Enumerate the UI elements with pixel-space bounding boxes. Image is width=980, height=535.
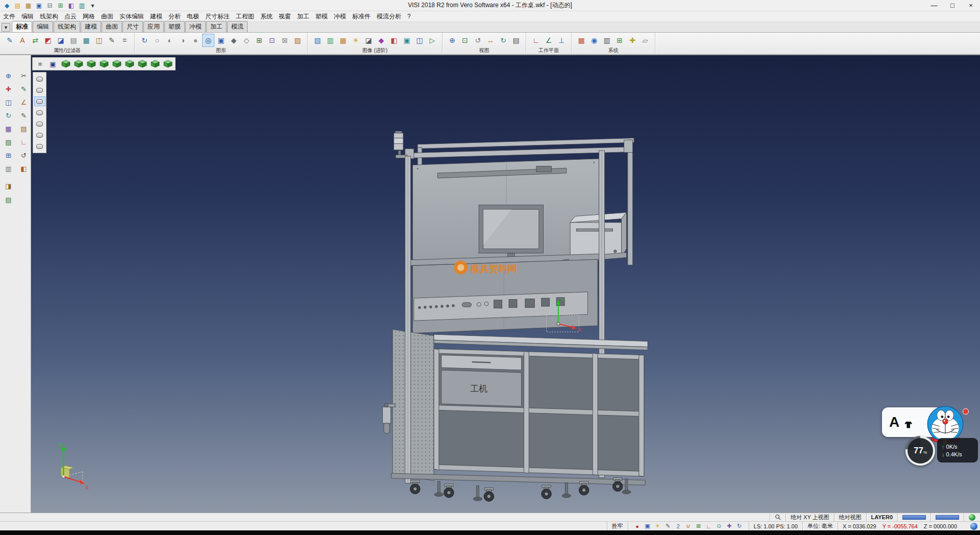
image-icon[interactable]: ▣ (643, 522, 652, 530)
view-list-icon[interactable]: ▤ (510, 34, 522, 47)
animate-icon[interactable]: ▷ (426, 34, 438, 47)
lighting-icon[interactable]: ☀ (350, 34, 362, 47)
shade-light-icon[interactable]: ◇ (240, 34, 253, 47)
status-sphere-segment[interactable] (964, 513, 980, 521)
assistant-sphere-icon[interactable] (970, 523, 977, 530)
gradient-icon[interactable]: ▥ (324, 34, 336, 47)
menu-die[interactable]: 冲模 (331, 12, 349, 21)
pan-view-icon[interactable]: ↔ (484, 34, 497, 47)
tab-molding[interactable]: 塑膜 (164, 21, 185, 32)
front-view-icon[interactable] (72, 58, 84, 69)
save-file-icon[interactable]: ▣ (34, 1, 44, 10)
filter-layer-icon[interactable]: ▤ (67, 34, 80, 47)
quick-render-icon[interactable]: ▣ (215, 34, 227, 47)
filter-misc-icon[interactable] (34, 141, 45, 151)
image-settings-icon[interactable]: ▧ (311, 34, 324, 47)
app-icon[interactable]: ◆ (2, 1, 12, 10)
layer-segment[interactable]: LAYER0 (866, 513, 897, 521)
box-view-icon[interactable]: ⊠ (279, 34, 291, 47)
angle-icon[interactable]: ∠ (18, 97, 29, 107)
menu-electrode[interactable]: 电极 (184, 12, 202, 21)
ortho-icon[interactable]: ∟ (704, 522, 714, 530)
tab-wireframe[interactable]: 线架构 (54, 21, 80, 32)
layer-color-segment-1[interactable] (897, 513, 930, 521)
minimize-button[interactable]: — (925, 0, 943, 11)
menu-solid-edit[interactable]: 实体编辑 (116, 12, 147, 21)
rotate-view-cube-icon[interactable] (162, 58, 174, 69)
network-speed-box[interactable]: ↑ 0K/s ↓ 0.4K/s (937, 438, 978, 463)
menu-wireframe[interactable]: 线架构 (37, 12, 61, 21)
block-icon[interactable]: ▦ (3, 124, 14, 134)
stereo-icon[interactable]: ◫ (413, 34, 426, 47)
filter-surfaces-icon[interactable] (34, 96, 45, 106)
shaded-view-icon[interactable]: ◑ (177, 34, 189, 47)
zoom-window-icon[interactable]: ⊡ (459, 34, 471, 47)
maximize-button[interactable]: □ (943, 0, 962, 11)
snap-config-icon[interactable]: ✚ (626, 34, 639, 47)
filter-type-icon[interactable]: ▦ (80, 34, 92, 47)
shadow-icon[interactable]: ◪ (362, 34, 375, 47)
filter-points-icon[interactable] (34, 130, 45, 140)
shaded-solid-icon[interactable]: ● (189, 34, 202, 47)
paste-attr-icon[interactable]: ▤ (3, 194, 14, 205)
menu-help[interactable]: ? (404, 13, 414, 20)
zoom-fit-icon[interactable]: ⊕ (446, 34, 458, 47)
menu-modeling[interactable]: 建模 (147, 12, 165, 21)
print-icon[interactable]: ⊟ (45, 1, 55, 10)
attr-copy-icon[interactable]: ◫ (93, 34, 105, 47)
screen-mode-icon[interactable]: ▣ (47, 58, 59, 69)
units-segment[interactable]: 单位: 毫米 (802, 522, 838, 530)
filter-mesh-icon[interactable] (34, 119, 45, 129)
close-button[interactable]: × (962, 0, 980, 11)
right-view-icon[interactable] (98, 58, 110, 69)
grid-icon[interactable]: ⊞ (3, 150, 14, 160)
measure-icon[interactable]: ∟ (18, 137, 29, 147)
section-icon[interactable]: ◧ (388, 34, 400, 47)
count-2-icon[interactable]: 2 (674, 522, 683, 530)
rotate-icon[interactable]: ↻ (3, 110, 14, 120)
clipboard-icon[interactable]: ▤ (18, 124, 29, 134)
attr-paint-icon[interactable]: ✎ (4, 34, 16, 47)
filter-wireframe-icon[interactable] (34, 85, 45, 95)
bulb-icon[interactable]: ☀ (653, 522, 663, 530)
menu-analysis[interactable]: 分析 (165, 12, 184, 21)
menu-dimension[interactable]: 尺寸标注 (202, 12, 233, 21)
hidden-line-icon[interactable]: ◐ (164, 34, 176, 47)
tab-dropdown-icon[interactable]: ▼ (2, 23, 10, 32)
film-icon[interactable]: ▥ (601, 34, 613, 47)
tab-standard[interactable]: 标准 (12, 21, 32, 32)
scale-segment[interactable]: LS: 1.00 PS: 1.00 (749, 522, 802, 530)
palette-small-icon[interactable]: ◧ (18, 163, 29, 174)
orbit-view-icon[interactable]: ↻ (497, 34, 509, 47)
zoom-select-icon[interactable]: ⊕ (3, 70, 14, 81)
texture-icon[interactable]: ▦ (337, 34, 349, 47)
undo-icon[interactable]: ↺ (18, 150, 29, 160)
sketch-icon[interactable]: ✎ (18, 84, 29, 94)
layers-icon[interactable]: ▥ (3, 163, 14, 174)
open-file-icon[interactable]: ▦ (23, 1, 33, 10)
view-menu-icon[interactable]: ≡ (34, 58, 46, 69)
bottom-view-icon[interactable] (136, 58, 148, 69)
palette-icon[interactable]: ▨ (291, 34, 304, 47)
new-file-icon[interactable]: ▤ (13, 1, 22, 10)
tab-modeling[interactable]: 建模 (81, 21, 101, 32)
multi-view-icon[interactable]: ⊞ (253, 34, 265, 47)
attr-edit-icon[interactable]: ✎ (106, 34, 118, 47)
menu-edit[interactable]: 编辑 (18, 12, 37, 21)
iso-view-icon[interactable] (60, 58, 71, 69)
filter-blue-icon[interactable]: ◪ (55, 34, 67, 47)
workplane-entity-icon[interactable]: ⊥ (555, 34, 568, 47)
menu-moldflow[interactable]: 模流分析 (374, 12, 404, 21)
viewport-grid-icon[interactable]: ⊡ (266, 34, 278, 47)
mirror-icon[interactable]: ◫ (3, 97, 14, 107)
zoom-previous-icon[interactable]: ↺ (472, 34, 484, 47)
snap-grid-icon[interactable]: ⊞ (694, 522, 703, 530)
workplane-xy-icon[interactable]: ∟ (530, 34, 542, 47)
percent-ring[interactable]: 77 % (905, 436, 935, 466)
redraw-icon[interactable]: ↻ (138, 34, 151, 47)
globe-icon[interactable]: ◉ (588, 34, 600, 47)
tab-dimension[interactable]: 尺寸 (122, 21, 143, 32)
view-lock-segment[interactable]: 绝对 XY 上视图 (786, 513, 834, 521)
tab-machining[interactable]: 加工 (206, 21, 227, 32)
menu-mesh[interactable]: 网格 (80, 12, 98, 21)
